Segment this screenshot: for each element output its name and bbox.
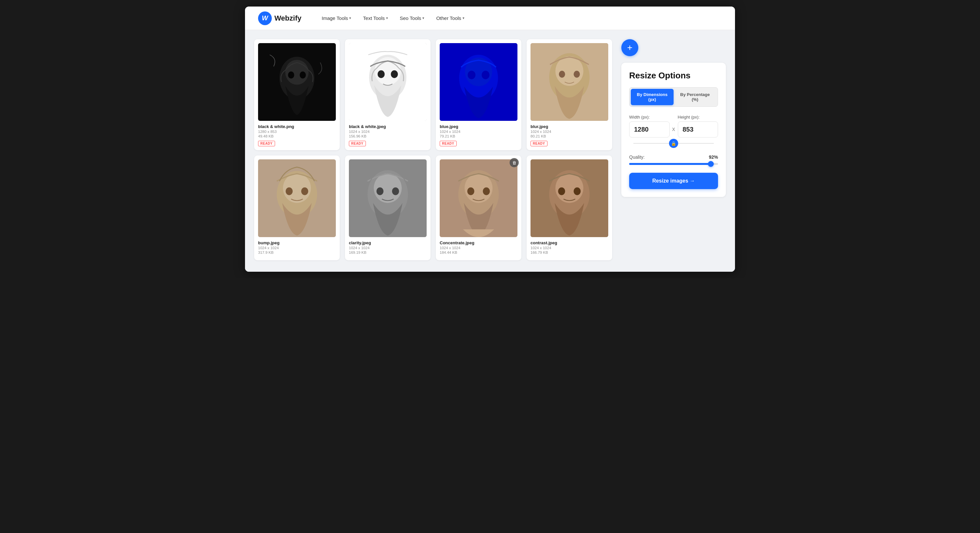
logo-text: Webzify bbox=[274, 14, 302, 22]
image-thumbnail bbox=[349, 159, 426, 237]
quality-label: Quality: bbox=[629, 154, 644, 160]
delete-button[interactable]: 🗑 bbox=[510, 158, 519, 167]
image-dims: 1024 x 1024 bbox=[530, 246, 608, 250]
nav-other-tools[interactable]: Other Tools ▾ bbox=[431, 13, 469, 24]
image-dims: 1024 x 1024 bbox=[440, 130, 517, 134]
image-info: bump.jpeg 1024 x 1024 317.9 KB bbox=[258, 240, 336, 255]
quality-header: Quality: 92% bbox=[629, 154, 718, 160]
nav-image-tools[interactable]: Image Tools ▾ bbox=[317, 13, 356, 24]
image-name: blue.jpeg bbox=[440, 124, 517, 129]
dimension-separator: x bbox=[672, 115, 675, 133]
quality-slider-track[interactable] bbox=[629, 163, 718, 165]
svg-point-30 bbox=[376, 188, 383, 195]
lock-line-right bbox=[678, 143, 714, 144]
image-thumbnail bbox=[530, 159, 608, 237]
svg-point-8 bbox=[378, 70, 385, 78]
image-grid-area: black & white.png 1280 x 853 49.48 KB RE… bbox=[254, 39, 612, 263]
quality-slider-thumb[interactable] bbox=[708, 161, 714, 167]
image-size: 166.79 KB bbox=[530, 250, 608, 255]
image-thumbnail bbox=[258, 159, 336, 237]
image-grid: black & white.png 1280 x 853 49.48 KB RE… bbox=[254, 39, 612, 260]
lock-line-left bbox=[633, 143, 669, 144]
width-label: Width (px): bbox=[629, 115, 670, 119]
image-info: Concentrate.jpeg 1024 x 1024 184.44 KB bbox=[440, 240, 517, 255]
image-card: 🗑 bbox=[436, 156, 521, 260]
nav-seo-tools[interactable]: Seo Tools ▾ bbox=[395, 13, 429, 24]
image-name: black & white.png bbox=[258, 124, 336, 129]
sidebar: + Resize Options By Dimensions (px) By P… bbox=[621, 39, 726, 263]
image-size: 169.19 KB bbox=[349, 250, 426, 255]
lock-area: 🔒 bbox=[629, 139, 718, 148]
lock-connector: 🔒 bbox=[629, 139, 718, 148]
image-thumbnail bbox=[440, 159, 517, 237]
image-size: 184.44 KB bbox=[440, 250, 517, 255]
logo-area: W Webzify bbox=[258, 11, 302, 25]
image-info: contrast.jpeg 1024 x 1024 166.79 KB bbox=[530, 240, 608, 255]
header: W Webzify Image Tools ▾ Text Tools ▾ Seo… bbox=[245, 6, 735, 30]
svg-point-31 bbox=[392, 188, 399, 195]
image-name: blur.jpeg bbox=[530, 124, 608, 129]
svg-point-35 bbox=[467, 188, 474, 195]
image-dims: 1024 x 1024 bbox=[530, 130, 608, 134]
logo-icon: W bbox=[258, 11, 272, 25]
image-card: black & white.png 1280 x 853 49.48 KB RE… bbox=[254, 39, 340, 150]
main-content: black & white.png 1280 x 853 49.48 KB RE… bbox=[245, 30, 735, 272]
svg-point-40 bbox=[558, 188, 565, 195]
resize-options-panel: Resize Options By Dimensions (px) By Per… bbox=[621, 63, 726, 197]
image-name: bump.jpeg bbox=[258, 240, 336, 245]
image-size: 79.21 KB bbox=[440, 134, 517, 138]
height-group: Height (px): bbox=[678, 115, 718, 137]
image-dims: 1024 x 1024 bbox=[349, 246, 426, 250]
image-size: 156.96 KB bbox=[349, 134, 426, 138]
svg-point-25 bbox=[285, 188, 293, 195]
image-thumbnail bbox=[258, 43, 336, 121]
image-thumbnail bbox=[349, 43, 426, 121]
image-size: 49.48 KB bbox=[258, 134, 336, 138]
main-nav: Image Tools ▾ Text Tools ▾ Seo Tools ▾ O… bbox=[317, 13, 469, 24]
resize-options-title: Resize Options bbox=[629, 70, 718, 81]
image-name: Concentrate.jpeg bbox=[440, 240, 517, 245]
svg-point-9 bbox=[391, 70, 398, 78]
mode-toggle: By Dimensions (px) By Percentage (%) bbox=[629, 87, 718, 107]
image-name: black & white.jpeg bbox=[349, 124, 426, 129]
image-dims: 1280 x 853 bbox=[258, 130, 336, 134]
chevron-down-icon: ▾ bbox=[386, 16, 388, 20]
svg-point-36 bbox=[483, 188, 490, 195]
ready-badge: READY bbox=[440, 141, 457, 146]
resize-images-button[interactable]: Resize images → bbox=[629, 173, 718, 189]
chevron-down-icon: ▾ bbox=[463, 16, 465, 20]
image-info: black & white.jpeg 1024 x 1024 156.96 KB… bbox=[349, 124, 426, 146]
height-label: Height (px): bbox=[678, 115, 718, 119]
image-dims: 1024 x 1024 bbox=[349, 130, 426, 134]
ready-badge: READY bbox=[258, 141, 275, 146]
quality-slider-fill bbox=[629, 163, 711, 165]
svg-point-26 bbox=[301, 188, 308, 195]
mode-dimensions-button[interactable]: By Dimensions (px) bbox=[631, 89, 674, 105]
image-size: 317.9 KB bbox=[258, 250, 336, 255]
image-card: contrast.jpeg 1024 x 1024 166.79 KB bbox=[527, 156, 612, 260]
image-thumbnail bbox=[530, 43, 608, 121]
quality-value: 92% bbox=[709, 154, 718, 160]
height-input[interactable] bbox=[678, 121, 718, 137]
image-name: contrast.jpeg bbox=[530, 240, 608, 245]
width-input[interactable] bbox=[629, 121, 670, 137]
image-card: black & white.jpeg 1024 x 1024 156.96 KB… bbox=[345, 39, 431, 150]
svg-point-41 bbox=[574, 188, 581, 195]
lock-icon[interactable]: 🔒 bbox=[669, 139, 678, 148]
image-dims: 1024 x 1024 bbox=[258, 246, 336, 250]
add-images-button[interactable]: + bbox=[621, 39, 638, 56]
ready-badge: READY bbox=[530, 141, 547, 146]
quality-section: Quality: 92% bbox=[629, 154, 718, 165]
svg-point-2 bbox=[285, 60, 309, 84]
mode-percentage-button[interactable]: By Percentage (%) bbox=[674, 89, 716, 105]
image-card: blur.jpeg 1024 x 1024 80.21 KB READY bbox=[527, 39, 612, 150]
image-dims: 1024 x 1024 bbox=[440, 246, 517, 250]
nav-text-tools[interactable]: Text Tools ▾ bbox=[358, 13, 392, 24]
image-info: black & white.png 1280 x 853 49.48 KB RE… bbox=[258, 124, 336, 146]
image-info: clarity.jpeg 1024 x 1024 169.19 KB bbox=[349, 240, 426, 255]
image-card: bump.jpeg 1024 x 1024 317.9 KB bbox=[254, 156, 340, 260]
svg-rect-15 bbox=[440, 43, 517, 121]
svg-point-4 bbox=[299, 72, 306, 78]
svg-point-3 bbox=[288, 72, 294, 78]
chevron-down-icon: ▾ bbox=[422, 16, 424, 20]
